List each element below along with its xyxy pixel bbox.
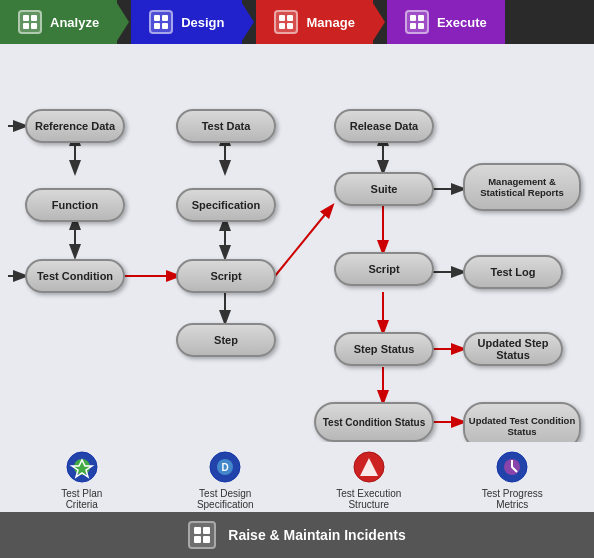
legend-test-plan-label: Test PlanCriteria — [61, 488, 102, 510]
nav-manage[interactable]: Manage — [256, 0, 372, 44]
svg-rect-0 — [23, 15, 29, 21]
specification-node: Specification — [176, 188, 276, 222]
manage-icon — [274, 10, 298, 34]
release-data-node: Release Data — [334, 109, 434, 143]
suite-node: Suite — [334, 172, 434, 206]
test-condition-status-node: Test Condition Status — [314, 402, 434, 442]
svg-rect-7 — [162, 23, 168, 29]
legend-test-progress-label: Test ProgressMetrics — [482, 488, 543, 510]
analyze-icon — [18, 10, 42, 34]
legend-test-design-label: Test DesignSpecification — [197, 488, 254, 510]
step-status-node: Step Status — [334, 332, 434, 366]
test-data-node: Test Data — [176, 109, 276, 143]
reference-data-node: Reference Data — [25, 109, 125, 143]
diagram-area: Reference Data Function Test Condition T… — [0, 44, 594, 512]
svg-rect-11 — [287, 23, 293, 29]
nav-execute-label: Execute — [437, 15, 487, 30]
legend-test-design: D Test DesignSpecification — [165, 450, 285, 510]
svg-rect-12 — [410, 15, 416, 21]
step-node: Step — [176, 323, 276, 357]
svg-rect-14 — [410, 23, 416, 29]
svg-rect-15 — [418, 23, 424, 29]
legend-test-execution-label: Test ExecutionStructure — [336, 488, 401, 510]
svg-rect-44 — [203, 527, 210, 534]
legend-test-execution: Test ExecutionStructure — [309, 450, 429, 510]
svg-rect-9 — [287, 15, 293, 21]
svg-rect-2 — [23, 23, 29, 29]
script-right-node: Script — [334, 252, 434, 286]
nav-design-label: Design — [181, 15, 224, 30]
top-navigation: Analyze Design Manage Execute — [0, 0, 594, 44]
svg-rect-8 — [279, 15, 285, 21]
bottom-bar-icon — [188, 521, 216, 549]
bottom-bar-label: Raise & Maintain Incidents — [228, 527, 405, 543]
svg-text:D: D — [222, 462, 229, 473]
test-log-node: Test Log — [463, 255, 563, 289]
svg-rect-13 — [418, 15, 424, 21]
nav-execute[interactable]: Execute — [387, 0, 505, 44]
nav-analyze-label: Analyze — [50, 15, 99, 30]
svg-rect-4 — [154, 15, 160, 21]
svg-rect-1 — [31, 15, 37, 21]
svg-rect-3 — [31, 23, 37, 29]
legend-test-plan: Test PlanCriteria — [22, 450, 142, 510]
mgmt-reports-node: Management & Statistical Reports — [463, 163, 581, 211]
nav-analyze[interactable]: Analyze — [0, 0, 117, 44]
svg-rect-46 — [203, 536, 210, 543]
test-condition-node: Test Condition — [25, 259, 125, 293]
nav-design[interactable]: Design — [131, 0, 242, 44]
execute-icon — [405, 10, 429, 34]
updated-step-status-node: Updated Step Status — [463, 332, 563, 366]
script-left-node: Script — [176, 259, 276, 293]
bottom-bar[interactable]: Raise & Maintain Incidents — [0, 512, 594, 558]
svg-rect-10 — [279, 23, 285, 29]
nav-manage-label: Manage — [306, 15, 354, 30]
legend-test-progress: Test ProgressMetrics — [452, 450, 572, 510]
legend: Test PlanCriteria D Test DesignSpecifica… — [0, 442, 594, 512]
svg-line-32 — [275, 206, 332, 276]
svg-rect-45 — [194, 536, 201, 543]
design-icon — [149, 10, 173, 34]
svg-rect-5 — [162, 15, 168, 21]
svg-rect-6 — [154, 23, 160, 29]
function-node: Function — [25, 188, 125, 222]
svg-rect-43 — [194, 527, 201, 534]
